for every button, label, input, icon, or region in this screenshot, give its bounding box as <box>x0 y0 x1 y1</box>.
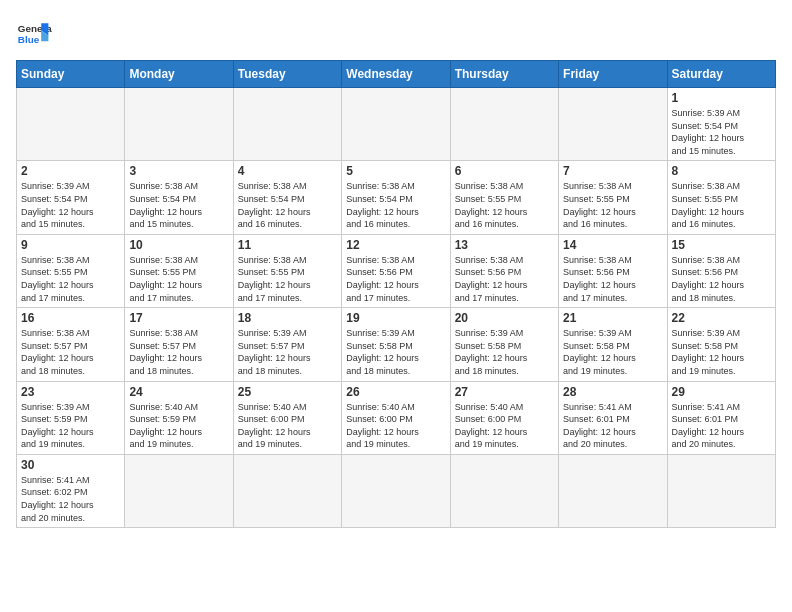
calendar-day-cell <box>342 88 450 161</box>
day-number: 7 <box>563 164 662 178</box>
day-number: 30 <box>21 458 120 472</box>
calendar-week-row: 30Sunrise: 5:41 AMSunset: 6:02 PMDayligh… <box>17 454 776 527</box>
day-number: 12 <box>346 238 445 252</box>
calendar-day-cell <box>450 454 558 527</box>
calendar-day-cell: 15Sunrise: 5:38 AMSunset: 5:56 PMDayligh… <box>667 234 775 307</box>
day-info: Sunrise: 5:38 AMSunset: 5:55 PMDaylight:… <box>21 254 120 304</box>
calendar-week-row: 23Sunrise: 5:39 AMSunset: 5:59 PMDayligh… <box>17 381 776 454</box>
calendar-day-cell: 16Sunrise: 5:38 AMSunset: 5:57 PMDayligh… <box>17 308 125 381</box>
calendar-day-cell: 6Sunrise: 5:38 AMSunset: 5:55 PMDaylight… <box>450 161 558 234</box>
day-info: Sunrise: 5:40 AMSunset: 6:00 PMDaylight:… <box>238 401 337 451</box>
day-of-week-header: Sunday <box>17 61 125 88</box>
day-of-week-header: Monday <box>125 61 233 88</box>
day-number: 6 <box>455 164 554 178</box>
calendar-day-cell: 30Sunrise: 5:41 AMSunset: 6:02 PMDayligh… <box>17 454 125 527</box>
calendar-day-cell: 2Sunrise: 5:39 AMSunset: 5:54 PMDaylight… <box>17 161 125 234</box>
calendar-day-cell: 1Sunrise: 5:39 AMSunset: 5:54 PMDaylight… <box>667 88 775 161</box>
day-info: Sunrise: 5:41 AMSunset: 6:01 PMDaylight:… <box>672 401 771 451</box>
day-info: Sunrise: 5:39 AMSunset: 5:58 PMDaylight:… <box>563 327 662 377</box>
day-info: Sunrise: 5:38 AMSunset: 5:56 PMDaylight:… <box>455 254 554 304</box>
day-number: 26 <box>346 385 445 399</box>
calendar-day-cell: 14Sunrise: 5:38 AMSunset: 5:56 PMDayligh… <box>559 234 667 307</box>
calendar-day-cell: 13Sunrise: 5:38 AMSunset: 5:56 PMDayligh… <box>450 234 558 307</box>
day-info: Sunrise: 5:40 AMSunset: 5:59 PMDaylight:… <box>129 401 228 451</box>
day-number: 8 <box>672 164 771 178</box>
calendar-day-cell: 28Sunrise: 5:41 AMSunset: 6:01 PMDayligh… <box>559 381 667 454</box>
day-info: Sunrise: 5:39 AMSunset: 5:54 PMDaylight:… <box>672 107 771 157</box>
day-number: 11 <box>238 238 337 252</box>
day-number: 2 <box>21 164 120 178</box>
day-info: Sunrise: 5:38 AMSunset: 5:56 PMDaylight:… <box>563 254 662 304</box>
day-info: Sunrise: 5:39 AMSunset: 5:58 PMDaylight:… <box>672 327 771 377</box>
day-info: Sunrise: 5:41 AMSunset: 6:01 PMDaylight:… <box>563 401 662 451</box>
calendar-header-row: SundayMondayTuesdayWednesdayThursdayFrid… <box>17 61 776 88</box>
day-number: 17 <box>129 311 228 325</box>
calendar-day-cell <box>667 454 775 527</box>
day-info: Sunrise: 5:38 AMSunset: 5:56 PMDaylight:… <box>346 254 445 304</box>
day-info: Sunrise: 5:39 AMSunset: 5:54 PMDaylight:… <box>21 180 120 230</box>
day-of-week-header: Friday <box>559 61 667 88</box>
day-info: Sunrise: 5:39 AMSunset: 5:58 PMDaylight:… <box>455 327 554 377</box>
calendar-week-row: 16Sunrise: 5:38 AMSunset: 5:57 PMDayligh… <box>17 308 776 381</box>
calendar-week-row: 9Sunrise: 5:38 AMSunset: 5:55 PMDaylight… <box>17 234 776 307</box>
calendar-day-cell: 29Sunrise: 5:41 AMSunset: 6:01 PMDayligh… <box>667 381 775 454</box>
day-number: 10 <box>129 238 228 252</box>
day-number: 5 <box>346 164 445 178</box>
day-info: Sunrise: 5:38 AMSunset: 5:54 PMDaylight:… <box>238 180 337 230</box>
calendar-day-cell: 19Sunrise: 5:39 AMSunset: 5:58 PMDayligh… <box>342 308 450 381</box>
day-info: Sunrise: 5:38 AMSunset: 5:55 PMDaylight:… <box>672 180 771 230</box>
calendar-day-cell: 25Sunrise: 5:40 AMSunset: 6:00 PMDayligh… <box>233 381 341 454</box>
day-info: Sunrise: 5:38 AMSunset: 5:55 PMDaylight:… <box>455 180 554 230</box>
day-info: Sunrise: 5:38 AMSunset: 5:54 PMDaylight:… <box>129 180 228 230</box>
calendar-day-cell: 7Sunrise: 5:38 AMSunset: 5:55 PMDaylight… <box>559 161 667 234</box>
calendar-day-cell <box>233 454 341 527</box>
day-of-week-header: Thursday <box>450 61 558 88</box>
calendar-week-row: 1Sunrise: 5:39 AMSunset: 5:54 PMDaylight… <box>17 88 776 161</box>
day-info: Sunrise: 5:38 AMSunset: 5:57 PMDaylight:… <box>129 327 228 377</box>
calendar-day-cell: 5Sunrise: 5:38 AMSunset: 5:54 PMDaylight… <box>342 161 450 234</box>
calendar-day-cell <box>17 88 125 161</box>
calendar-day-cell <box>125 88 233 161</box>
day-of-week-header: Tuesday <box>233 61 341 88</box>
day-number: 16 <box>21 311 120 325</box>
day-number: 15 <box>672 238 771 252</box>
day-info: Sunrise: 5:40 AMSunset: 6:00 PMDaylight:… <box>455 401 554 451</box>
day-info: Sunrise: 5:39 AMSunset: 5:57 PMDaylight:… <box>238 327 337 377</box>
logo: General Blue <box>16 16 52 52</box>
day-info: Sunrise: 5:38 AMSunset: 5:55 PMDaylight:… <box>129 254 228 304</box>
calendar-day-cell: 11Sunrise: 5:38 AMSunset: 5:55 PMDayligh… <box>233 234 341 307</box>
calendar-day-cell <box>233 88 341 161</box>
calendar-day-cell: 8Sunrise: 5:38 AMSunset: 5:55 PMDaylight… <box>667 161 775 234</box>
day-info: Sunrise: 5:38 AMSunset: 5:57 PMDaylight:… <box>21 327 120 377</box>
day-number: 13 <box>455 238 554 252</box>
calendar-day-cell: 9Sunrise: 5:38 AMSunset: 5:55 PMDaylight… <box>17 234 125 307</box>
calendar-day-cell: 22Sunrise: 5:39 AMSunset: 5:58 PMDayligh… <box>667 308 775 381</box>
day-number: 20 <box>455 311 554 325</box>
day-number: 25 <box>238 385 337 399</box>
calendar-day-cell <box>559 88 667 161</box>
day-of-week-header: Saturday <box>667 61 775 88</box>
calendar-day-cell: 3Sunrise: 5:38 AMSunset: 5:54 PMDaylight… <box>125 161 233 234</box>
day-number: 19 <box>346 311 445 325</box>
day-of-week-header: Wednesday <box>342 61 450 88</box>
day-number: 23 <box>21 385 120 399</box>
day-number: 29 <box>672 385 771 399</box>
day-number: 4 <box>238 164 337 178</box>
day-info: Sunrise: 5:38 AMSunset: 5:55 PMDaylight:… <box>563 180 662 230</box>
day-info: Sunrise: 5:39 AMSunset: 5:58 PMDaylight:… <box>346 327 445 377</box>
day-info: Sunrise: 5:39 AMSunset: 5:59 PMDaylight:… <box>21 401 120 451</box>
svg-text:Blue: Blue <box>18 34 40 45</box>
day-number: 18 <box>238 311 337 325</box>
calendar-day-cell: 10Sunrise: 5:38 AMSunset: 5:55 PMDayligh… <box>125 234 233 307</box>
day-info: Sunrise: 5:38 AMSunset: 5:55 PMDaylight:… <box>238 254 337 304</box>
page-header: General Blue <box>16 16 776 52</box>
calendar-week-row: 2Sunrise: 5:39 AMSunset: 5:54 PMDaylight… <box>17 161 776 234</box>
calendar-day-cell: 26Sunrise: 5:40 AMSunset: 6:00 PMDayligh… <box>342 381 450 454</box>
day-info: Sunrise: 5:38 AMSunset: 5:54 PMDaylight:… <box>346 180 445 230</box>
calendar-day-cell: 17Sunrise: 5:38 AMSunset: 5:57 PMDayligh… <box>125 308 233 381</box>
calendar-day-cell: 21Sunrise: 5:39 AMSunset: 5:58 PMDayligh… <box>559 308 667 381</box>
calendar-day-cell: 23Sunrise: 5:39 AMSunset: 5:59 PMDayligh… <box>17 381 125 454</box>
calendar-day-cell: 12Sunrise: 5:38 AMSunset: 5:56 PMDayligh… <box>342 234 450 307</box>
day-info: Sunrise: 5:38 AMSunset: 5:56 PMDaylight:… <box>672 254 771 304</box>
calendar-day-cell: 18Sunrise: 5:39 AMSunset: 5:57 PMDayligh… <box>233 308 341 381</box>
